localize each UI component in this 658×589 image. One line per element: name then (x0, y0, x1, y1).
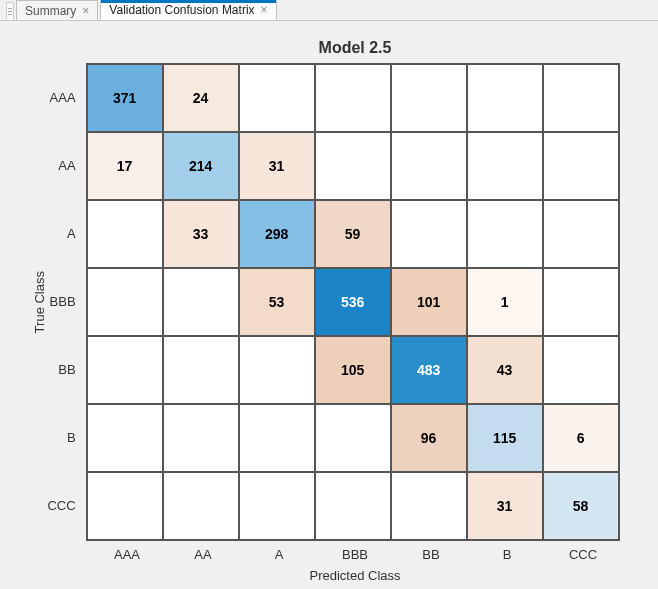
heatmap-cell: 115 (467, 404, 543, 472)
plot-area: Model 2.5 True Class AAAAAABBBBBBCCC 371… (0, 21, 658, 589)
heatmap-cell (467, 64, 543, 132)
heatmap-cell: 214 (163, 132, 239, 200)
heatmap-cell (467, 200, 543, 268)
heatmap-cell (543, 200, 619, 268)
heatmap-cell (543, 132, 619, 200)
tab-summary[interactable]: Summary × (16, 0, 98, 20)
heatmap-cell: 17 (87, 132, 163, 200)
heatmap-cell: 1 (467, 268, 543, 336)
row-label: AAA (47, 90, 81, 105)
heatmap-cell: 105 (315, 336, 391, 404)
heatmap-cell (315, 64, 391, 132)
heatmap-cell (87, 268, 163, 336)
heatmap-cell (163, 404, 239, 472)
close-icon[interactable]: × (261, 4, 268, 16)
col-label: BBB (317, 547, 393, 562)
heatmap-cell: 101 (391, 268, 467, 336)
heatmap-cell: 31 (467, 472, 543, 540)
heatmap-cell: 96 (391, 404, 467, 472)
heatmap-cell (315, 404, 391, 472)
row-label: BB (47, 362, 81, 377)
tab-validation-confusion-matrix[interactable]: Validation Confusion Matrix × (100, 0, 276, 20)
heatmap-cell (239, 472, 315, 540)
row-label: A (47, 226, 81, 241)
col-label: CCC (545, 547, 621, 562)
heatmap-cell (163, 336, 239, 404)
tab-label: Summary (25, 4, 76, 18)
col-label: B (469, 547, 545, 562)
heatmap-cell (543, 336, 619, 404)
chart-title: Model 2.5 (22, 39, 628, 57)
heatmap-cell: 53 (239, 268, 315, 336)
heatmap-grid: 3712417214313329859535361011105483439611… (86, 63, 620, 541)
col-label: A (241, 547, 317, 562)
heatmap-cell (163, 268, 239, 336)
app-window: Summary × Validation Confusion Matrix × … (0, 0, 658, 589)
close-icon[interactable]: × (82, 5, 89, 17)
heatmap-cell (239, 404, 315, 472)
confusion-matrix: AAAAAABBBBBBCCC 371241721431332985953536… (47, 63, 619, 541)
heatmap-cell (391, 132, 467, 200)
heatmap-cell: 24 (163, 64, 239, 132)
heatmap-cell (315, 472, 391, 540)
tab-label: Validation Confusion Matrix (109, 3, 254, 17)
heatmap-cell: 298 (239, 200, 315, 268)
heatmap-cell: 483 (391, 336, 467, 404)
x-axis-label: Predicted Class (309, 568, 400, 583)
row-label: B (47, 430, 81, 445)
x-axis: AAAAAABBBBBBCCC Predicted Class (89, 541, 621, 583)
heatmap-cell (467, 132, 543, 200)
heatmap-cell (87, 336, 163, 404)
y-axis-label: True Class (30, 271, 47, 333)
heatmap-cell: 43 (467, 336, 543, 404)
heatmap-cell: 33 (163, 200, 239, 268)
heatmap-cell: 31 (239, 132, 315, 200)
heatmap-cell (239, 64, 315, 132)
tab-drag-handle[interactable] (6, 2, 14, 20)
matrix-wrap: True Class AAAAAABBBBBBCCC 3712417214313… (30, 63, 619, 541)
col-labels: AAAAAABBBBBBCCC (89, 547, 621, 562)
heatmap-cell (87, 404, 163, 472)
tab-bar: Summary × Validation Confusion Matrix × (0, 0, 658, 21)
heatmap-cell (391, 472, 467, 540)
row-label: BBB (47, 294, 81, 309)
heatmap-cell (87, 472, 163, 540)
heatmap-cell (391, 64, 467, 132)
heatmap-cell: 536 (315, 268, 391, 336)
col-label: AAA (89, 547, 165, 562)
heatmap-cell (315, 132, 391, 200)
heatmap-cell: 371 (87, 64, 163, 132)
heatmap-cell (163, 472, 239, 540)
heatmap-cell: 59 (315, 200, 391, 268)
heatmap-cell (239, 336, 315, 404)
row-label: AA (47, 158, 81, 173)
col-label: BB (393, 547, 469, 562)
heatmap-cell (391, 200, 467, 268)
heatmap-cell (87, 200, 163, 268)
heatmap-cell: 58 (543, 472, 619, 540)
col-label: AA (165, 547, 241, 562)
heatmap-cell (543, 268, 619, 336)
heatmap-cell: 6 (543, 404, 619, 472)
row-label: CCC (47, 498, 81, 513)
heatmap-cell (543, 64, 619, 132)
row-labels: AAAAAABBBBBBCCC (47, 63, 81, 541)
